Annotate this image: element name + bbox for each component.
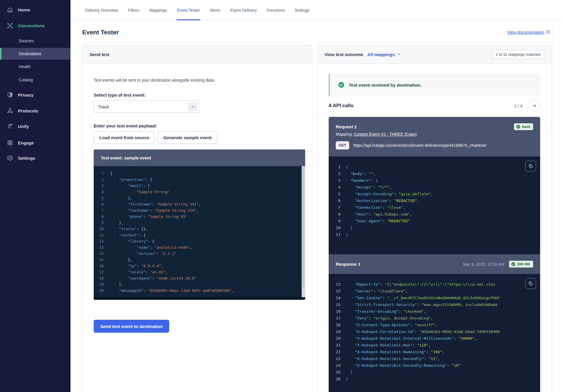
line-number: 23 [329, 355, 340, 362]
sidebar-item-privacy[interactable]: Privacy [0, 88, 70, 101]
tab-delivery-overview[interactable]: Delivery Overview [84, 0, 119, 20]
api-calls-pager: 1 / 4 [514, 100, 540, 112]
sidebar-item-protocols[interactable]: Protocols [0, 104, 70, 117]
code-line: 19 "X-Hubspot-Correlation-Id": "956a0cb3… [329, 328, 540, 335]
code-line: 16 "Transfer-Encoding": "chunked", [329, 308, 540, 315]
line-number: 9 [94, 220, 104, 226]
line-number: 5 [329, 191, 340, 197]
sidebar-item-label: Connections [18, 23, 45, 28]
sidebar-item-unify[interactable]: Unify [0, 120, 70, 133]
tab-event-tester[interactable]: Event Tester [177, 0, 201, 20]
api-calls-row: 4 API calls 1 / 4 [329, 100, 540, 112]
code-line: 12 "Report-To": "{\"endpoints\":[{\"url\… [329, 281, 540, 288]
next-api-call-button[interactable] [528, 100, 540, 112]
code-line: 24 "X-Hubspot-Ratelimit-Secondly-Remaini… [329, 362, 540, 369]
sidebar-item-label: Protocols [18, 108, 38, 113]
tab-alerts[interactable]: Alerts [209, 0, 221, 20]
line-number: 1 [329, 164, 340, 170]
code-line: 22 "X-Hubspot-Ratelimit-Remaining": "106… [329, 349, 540, 355]
copy-response-button[interactable] [525, 278, 536, 289]
code-line: 16 "ip": "8.8.4.4", [94, 263, 301, 269]
main-area: Delivery OverviewFiltersMappingsEvent Te… [70, 0, 561, 392]
response-card-header: Response 1 Mar 3, 2025, 11:51 AM 200 OK [329, 254, 540, 274]
mapping-label: Mapping: [336, 132, 353, 137]
protocols-icon [6, 107, 14, 114]
request-url: https://api.hubapi.com/events/v3/event-d… [353, 143, 487, 148]
code-line: 9 }, [94, 220, 301, 226]
unify-icon [6, 123, 14, 130]
line-number: 16 [329, 308, 340, 315]
line-number: 3 [329, 177, 340, 184]
line-number: 11 [94, 232, 104, 238]
generate-sample-event-button[interactable]: Generate sample event [158, 131, 217, 144]
sidebar-item-label: Destinations [19, 51, 41, 56]
chevron-down-icon [189, 102, 197, 111]
code-line: 9 "User-Agent": "REDACTED" [329, 218, 540, 224]
copy-request-button[interactable] [525, 161, 536, 171]
code-line: 6 "firstname": "Sample String 341", [94, 201, 301, 207]
line-number: 10 [94, 226, 104, 232]
request-title: Request 1 [336, 124, 357, 129]
code-line: 12 "library": { [94, 238, 301, 244]
code-line: 6 "Authorization": "REDACTED", [329, 197, 540, 204]
view-documentation-link[interactable]: View documentation [507, 30, 550, 35]
line-number: 3 [94, 183, 104, 189]
mapping-row: Mapping: Custom Event V2 - THREE (Copy) [336, 132, 533, 137]
sidebar-item-destinations[interactable]: Destinations [0, 48, 70, 60]
line-number: 7 [94, 207, 104, 213]
tab-functions[interactable]: Functions [266, 0, 285, 20]
mapping-link[interactable]: Custom Event V2 - THREE (Copy) [354, 132, 416, 137]
tab-filters[interactable]: Filters [127, 0, 140, 20]
line-number: 6 [94, 201, 104, 207]
settings-icon [6, 154, 14, 161]
sidebar-item-label: Settings [18, 156, 35, 161]
http-method-badge: GET [336, 141, 349, 149]
success-alert: Test event received by destination. [329, 74, 540, 96]
page-scrollbar-gutter[interactable] [552, 21, 561, 392]
sidebar-item-engage[interactable]: Engage [0, 136, 70, 149]
home-icon [6, 6, 14, 13]
tab-mappings[interactable]: Mappings [149, 0, 168, 20]
line-number: 1 [94, 170, 104, 176]
code-line: 14 "Set-Cookie": "__cf_bm=4hlC7wuDU1HinN… [329, 295, 540, 301]
external-link-icon [546, 30, 550, 35]
mappings-filter-dropdown[interactable]: All mappings [367, 52, 400, 57]
code-line: 15 }, [94, 257, 301, 263]
outcome-title: View test outcome [325, 52, 363, 57]
page-header: Event Tester View documentation [70, 29, 561, 36]
sidebar-item-health[interactable]: Health [0, 61, 70, 73]
line-number: 14 [94, 250, 104, 257]
event-type-select[interactable]: Track [94, 100, 199, 113]
sidebar-item-sources[interactable]: Sources [0, 35, 70, 47]
code-line: 10 "traits": {}, [94, 226, 301, 232]
test-outcome-panel: View test outcome All mappings 2 of 11 m… [317, 45, 552, 392]
line-number: 9 [329, 218, 340, 224]
line-number: 8 [94, 213, 104, 220]
line-number: 18 [329, 322, 340, 328]
editor-horizontal-scrollbar[interactable] [94, 297, 302, 300]
line-number: 10 [329, 224, 340, 231]
send-test-panel-header: Send test [83, 46, 312, 64]
sidebar-item-home[interactable]: Home [0, 3, 70, 16]
outcome-panel-header: View test outcome All mappings 2 of 11 m… [318, 46, 551, 64]
code-line: 19 }, [94, 281, 301, 287]
editor-vertical-scrollbar[interactable] [302, 166, 305, 297]
sidebar-item-catalog[interactable]: Catalog [0, 74, 70, 86]
code-line: 11} [329, 231, 540, 238]
code-line: 1{ [94, 170, 301, 176]
indent-guide [115, 176, 115, 287]
tab-event-delivery[interactable]: Event Delivery [230, 0, 257, 20]
code-line: 5 "Accept-Encoding": "gzip,deflate", [329, 191, 540, 197]
tab-settings[interactable]: Settings [294, 0, 310, 20]
line-number: 17 [94, 269, 104, 275]
line-number: 15 [94, 257, 104, 263]
load-event-from-source-button[interactable]: Load event from source [94, 131, 155, 144]
send-test-description: Test events will be sent to your destina… [94, 78, 305, 83]
send-test-event-button[interactable]: Send test event to destination [94, 320, 169, 333]
sidebar-item-connections[interactable]: Connections [0, 19, 70, 32]
line-number: 4 [329, 184, 340, 191]
sidebar-item-settings[interactable]: Settings [0, 152, 70, 164]
line-number: 6 [329, 197, 340, 204]
payload-code-area[interactable]: 1{2 "properties": {3 "email": [4 "Sample… [94, 166, 305, 300]
line-number: 24 [329, 362, 340, 369]
